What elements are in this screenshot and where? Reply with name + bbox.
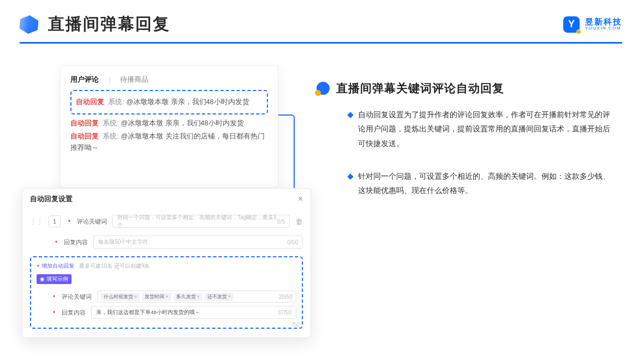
content: 用户评论 | 待播商品 自动回复 系统: @冰墩墩本墩 亲亲，我们48小时内发货… [0,44,644,349]
bullet-item: 针对同一个问题，可设置多个相近的、高频的关键词。例如：这款多少钱、这块能优惠吗、… [348,170,611,198]
chip: 还不发货× [205,293,234,301]
bubble-icon [317,82,330,95]
explanation-heading: 直播间弹幕关键词评论自动回复 [317,81,611,96]
ex-reply-counter: 37/50 [278,310,291,316]
keyword-row: ⋮⋮ 1 • 评论关键词 对同一个问题，可设置多个相近、高频的关键词，Tag确定… [30,215,303,228]
auto-reply-settings-modal: 自动回复设置 × ⋮⋮ 1 • 评论关键词 对同一个问题，可设置多个相近、高频的… [22,188,311,338]
explanation-panel: 直播间弹幕关键词评论自动回复 自动回复设置为了提升作者的评论回复效率，作者可在开… [317,81,611,217]
keyword-counter: 0/5 [277,219,285,225]
logo-mark-icon: Y [563,16,580,33]
keyword-label: 评论关键词 [77,218,107,226]
close-icon[interactable]: × [298,194,303,204]
chip-remove-icon[interactable]: × [134,294,137,299]
title-group: 直播间弹幕回复 [20,13,170,35]
keyword-placeholder: 对同一个问题，可设置多个相近、高频的关键词，Tag确定，最多5个 [117,214,277,229]
modal-title: 自动回复设置 [30,194,73,204]
system-label: 系统: [103,132,118,140]
add-hint: 最多可建10条 还可以创建9条 [79,263,150,269]
brand-logo: Y 昱新科技 YUUXIN.COM [563,16,622,33]
example-keyword-row: • 评论关键词 什么时候发货× 发货时间× 多久发货× 还不发货× 20/50 [37,291,296,303]
diamond-icon [347,112,353,118]
reply-line: 自动回复 系统: @冰墩墩本墩 亲亲，我们48小时内发货 [76,96,263,108]
modal-header: 自动回复设置 × [30,194,303,207]
example-section: + 增加自动回复 最多可建10条 还可以创建9条 ◉ 填写示例 • 评论关键词 … [30,256,303,329]
example-chips-input[interactable]: 什么时候发货× 发货时间× 多久发货× 还不发货× 20/50 [97,291,296,303]
chip: 发货时间× [142,293,171,301]
explanation-title: 直播间弹幕关键词评论自动回复 [336,81,504,96]
required-dot-icon: • [53,293,55,300]
auto-reply-tag: 自动回复 [76,98,104,106]
chip: 多久发货× [174,293,202,301]
header: 直播间弹幕回复 Y 昱新科技 YUUXIN.COM [0,0,644,42]
ex-reply-label: 回复内容 [62,309,86,317]
row-index: 1 [49,215,61,227]
auto-reply-tag: 自动回复 [70,132,99,140]
bullet-item: 自动回复设置为了提升作者的评论回复效率，作者可在开播前针对常见的评论用户问题，提… [348,108,611,151]
reply-content-row: • 回复内容 每条限50个中文字符 0/50 [30,236,303,249]
tab-separator: | [109,76,110,84]
ex-keyword-counter: 20/50 [279,294,293,300]
auto-reply-tag: 自动回复 [70,119,99,127]
system-label: 系统: [103,119,118,127]
bullet-text: 自动回复设置为了提升作者的评论回复效率，作者可在开播前针对常见的评论用户问题，提… [358,108,611,151]
reply-text: @冰墩墩本墩 亲亲，我们48小时内发货 [126,98,249,106]
reply-text: @冰墩墩本墩 关注我们的店铺，每日都有热门推荐呦～ [70,132,265,152]
comments-panel: 用户评论 | 待播商品 自动回复 系统: @冰墩墩本墩 亲亲，我们48小时内发货… [60,65,278,188]
highlighted-reply: 自动回复 系统: @冰墩墩本墩 亲亲，我们48小时内发货 [70,90,268,114]
keyword-input[interactable]: 对同一个问题，可设置多个相近、高频的关键词，Tag确定，最多5个 0/5 [112,215,290,228]
tabs: 用户评论 | 待播商品 [70,75,268,85]
example-reply-input[interactable]: 亲，我们这边都是下单48小时内发货的哦～ 37/50 [91,306,296,319]
logo-cn: 昱新科技 [585,17,622,27]
required-dot-icon: • [68,218,70,225]
reply-input[interactable]: 每条限50个中文字符 0/50 [93,236,303,249]
outer-counter: /50 [292,322,300,328]
reply-text: @冰墩墩本墩 亲亲，我们48小时内发货 [121,119,243,127]
reply-line: 自动回复 系统: @冰墩墩本墩 关注我们的店铺，每日都有热门推荐呦～ [70,131,268,154]
chip-remove-icon[interactable]: × [197,294,200,299]
example-badge: ◉ 填写示例 [37,274,71,284]
ex-reply-value: 亲，我们这边都是下单48小时内发货的哦～ [96,309,200,316]
chip-remove-icon[interactable]: × [228,294,231,299]
tab-pending-goods[interactable]: 待播商品 [120,75,148,85]
add-row: + 增加自动回复 最多可建10条 还可以创建9条 [37,262,296,273]
diamond-icon [347,173,353,179]
chip: 什么时候发货× [101,293,140,301]
reply-counter: 0/50 [288,239,298,245]
reply-line: 自动回复 系统: @冰墩墩本墩 亲亲，我们48小时内发货 [70,118,268,129]
drag-handle-icon[interactable]: ⋮⋮ [30,218,43,225]
bullet-text: 针对同一个问题，可设置多个相近的、高频的关键词。例如：这款多少钱、这块能优惠吗、… [358,170,611,198]
ex-keyword-label: 评论关键词 [62,293,92,301]
add-auto-reply-link[interactable]: + 增加自动回复 [37,262,74,270]
cube-icon [19,14,39,34]
system-label: 系统: [108,98,124,106]
page-title: 直播间弹幕回复 [48,13,170,35]
tab-user-comments[interactable]: 用户评论 [70,75,99,85]
logo-en: YUUXIN.COM [585,26,622,31]
delete-icon[interactable]: 🗑 [295,217,303,226]
required-dot-icon: • [53,309,55,316]
bullet-list: 自动回复设置为了提升作者的评论回复效率，作者可在开播前针对常见的评论用户问题，提… [317,108,611,198]
example-reply-row: • 回复内容 亲，我们这边都是下单48小时内发货的哦～ 37/50 [37,306,296,319]
chip-remove-icon[interactable]: × [165,294,168,299]
required-dot-icon: • [55,238,57,246]
reply-placeholder: 每条限50个中文字符 [98,238,148,246]
logo-text: 昱新科技 YUUXIN.COM [585,17,622,31]
reply-label: 回复内容 [64,238,88,246]
